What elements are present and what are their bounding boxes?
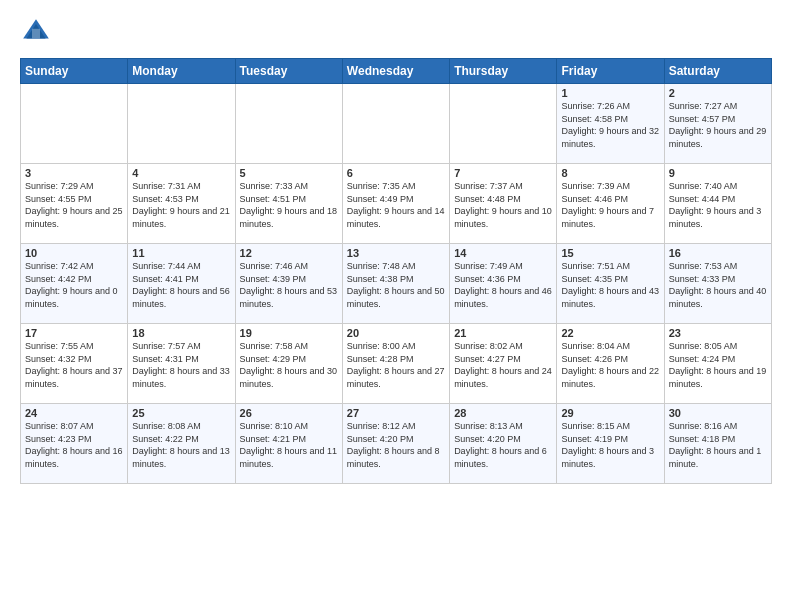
day-number: 3 xyxy=(25,167,123,179)
calendar-week-row: 24Sunrise: 8:07 AM Sunset: 4:23 PM Dayli… xyxy=(21,404,772,484)
day-number: 27 xyxy=(347,407,445,419)
day-info: Sunrise: 8:15 AM Sunset: 4:19 PM Dayligh… xyxy=(561,420,659,470)
calendar-cell: 23Sunrise: 8:05 AM Sunset: 4:24 PM Dayli… xyxy=(664,324,771,404)
day-info: Sunrise: 8:00 AM Sunset: 4:28 PM Dayligh… xyxy=(347,340,445,390)
day-info: Sunrise: 8:13 AM Sunset: 4:20 PM Dayligh… xyxy=(454,420,552,470)
day-info: Sunrise: 7:48 AM Sunset: 4:38 PM Dayligh… xyxy=(347,260,445,310)
day-number: 16 xyxy=(669,247,767,259)
day-number: 21 xyxy=(454,327,552,339)
calendar-week-row: 10Sunrise: 7:42 AM Sunset: 4:42 PM Dayli… xyxy=(21,244,772,324)
calendar-week-row: 1Sunrise: 7:26 AM Sunset: 4:58 PM Daylig… xyxy=(21,84,772,164)
calendar-cell: 25Sunrise: 8:08 AM Sunset: 4:22 PM Dayli… xyxy=(128,404,235,484)
day-info: Sunrise: 7:31 AM Sunset: 4:53 PM Dayligh… xyxy=(132,180,230,230)
day-info: Sunrise: 7:55 AM Sunset: 4:32 PM Dayligh… xyxy=(25,340,123,390)
day-number: 12 xyxy=(240,247,338,259)
day-info: Sunrise: 7:42 AM Sunset: 4:42 PM Dayligh… xyxy=(25,260,123,310)
svg-rect-2 xyxy=(32,29,40,39)
day-number: 25 xyxy=(132,407,230,419)
calendar-cell: 20Sunrise: 8:00 AM Sunset: 4:28 PM Dayli… xyxy=(342,324,449,404)
day-number: 23 xyxy=(669,327,767,339)
day-number: 7 xyxy=(454,167,552,179)
calendar-cell: 16Sunrise: 7:53 AM Sunset: 4:33 PM Dayli… xyxy=(664,244,771,324)
weekday-header: Tuesday xyxy=(235,59,342,84)
calendar-cell: 11Sunrise: 7:44 AM Sunset: 4:41 PM Dayli… xyxy=(128,244,235,324)
day-info: Sunrise: 7:26 AM Sunset: 4:58 PM Dayligh… xyxy=(561,100,659,150)
calendar-cell: 5Sunrise: 7:33 AM Sunset: 4:51 PM Daylig… xyxy=(235,164,342,244)
day-number: 29 xyxy=(561,407,659,419)
day-number: 22 xyxy=(561,327,659,339)
day-info: Sunrise: 8:08 AM Sunset: 4:22 PM Dayligh… xyxy=(132,420,230,470)
calendar-cell xyxy=(21,84,128,164)
calendar-cell: 8Sunrise: 7:39 AM Sunset: 4:46 PM Daylig… xyxy=(557,164,664,244)
calendar-cell: 13Sunrise: 7:48 AM Sunset: 4:38 PM Dayli… xyxy=(342,244,449,324)
header xyxy=(20,16,772,48)
day-info: Sunrise: 8:10 AM Sunset: 4:21 PM Dayligh… xyxy=(240,420,338,470)
weekday-header: Friday xyxy=(557,59,664,84)
calendar-cell: 2Sunrise: 7:27 AM Sunset: 4:57 PM Daylig… xyxy=(664,84,771,164)
calendar-cell: 29Sunrise: 8:15 AM Sunset: 4:19 PM Dayli… xyxy=(557,404,664,484)
calendar-cell: 10Sunrise: 7:42 AM Sunset: 4:42 PM Dayli… xyxy=(21,244,128,324)
day-info: Sunrise: 7:39 AM Sunset: 4:46 PM Dayligh… xyxy=(561,180,659,230)
day-number: 19 xyxy=(240,327,338,339)
calendar-cell: 21Sunrise: 8:02 AM Sunset: 4:27 PM Dayli… xyxy=(450,324,557,404)
day-info: Sunrise: 7:46 AM Sunset: 4:39 PM Dayligh… xyxy=(240,260,338,310)
day-info: Sunrise: 7:33 AM Sunset: 4:51 PM Dayligh… xyxy=(240,180,338,230)
calendar-cell xyxy=(235,84,342,164)
day-info: Sunrise: 7:53 AM Sunset: 4:33 PM Dayligh… xyxy=(669,260,767,310)
day-info: Sunrise: 7:49 AM Sunset: 4:36 PM Dayligh… xyxy=(454,260,552,310)
calendar-cell: 14Sunrise: 7:49 AM Sunset: 4:36 PM Dayli… xyxy=(450,244,557,324)
day-number: 2 xyxy=(669,87,767,99)
day-number: 15 xyxy=(561,247,659,259)
day-info: Sunrise: 7:37 AM Sunset: 4:48 PM Dayligh… xyxy=(454,180,552,230)
day-info: Sunrise: 7:44 AM Sunset: 4:41 PM Dayligh… xyxy=(132,260,230,310)
day-number: 18 xyxy=(132,327,230,339)
calendar-cell: 27Sunrise: 8:12 AM Sunset: 4:20 PM Dayli… xyxy=(342,404,449,484)
logo-icon xyxy=(20,16,52,48)
day-info: Sunrise: 7:57 AM Sunset: 4:31 PM Dayligh… xyxy=(132,340,230,390)
calendar-cell: 6Sunrise: 7:35 AM Sunset: 4:49 PM Daylig… xyxy=(342,164,449,244)
calendar-cell: 28Sunrise: 8:13 AM Sunset: 4:20 PM Dayli… xyxy=(450,404,557,484)
day-number: 11 xyxy=(132,247,230,259)
weekday-header: Saturday xyxy=(664,59,771,84)
calendar-header-row: SundayMondayTuesdayWednesdayThursdayFrid… xyxy=(21,59,772,84)
calendar-cell: 4Sunrise: 7:31 AM Sunset: 4:53 PM Daylig… xyxy=(128,164,235,244)
calendar-cell xyxy=(342,84,449,164)
day-info: Sunrise: 8:12 AM Sunset: 4:20 PM Dayligh… xyxy=(347,420,445,470)
calendar-cell: 19Sunrise: 7:58 AM Sunset: 4:29 PM Dayli… xyxy=(235,324,342,404)
calendar-cell: 24Sunrise: 8:07 AM Sunset: 4:23 PM Dayli… xyxy=(21,404,128,484)
weekday-header: Wednesday xyxy=(342,59,449,84)
weekday-header: Sunday xyxy=(21,59,128,84)
calendar-cell: 12Sunrise: 7:46 AM Sunset: 4:39 PM Dayli… xyxy=(235,244,342,324)
day-number: 20 xyxy=(347,327,445,339)
calendar-cell: 7Sunrise: 7:37 AM Sunset: 4:48 PM Daylig… xyxy=(450,164,557,244)
day-info: Sunrise: 8:02 AM Sunset: 4:27 PM Dayligh… xyxy=(454,340,552,390)
calendar-cell: 1Sunrise: 7:26 AM Sunset: 4:58 PM Daylig… xyxy=(557,84,664,164)
day-number: 28 xyxy=(454,407,552,419)
weekday-header: Thursday xyxy=(450,59,557,84)
day-info: Sunrise: 7:40 AM Sunset: 4:44 PM Dayligh… xyxy=(669,180,767,230)
day-info: Sunrise: 7:29 AM Sunset: 4:55 PM Dayligh… xyxy=(25,180,123,230)
day-info: Sunrise: 8:05 AM Sunset: 4:24 PM Dayligh… xyxy=(669,340,767,390)
day-number: 24 xyxy=(25,407,123,419)
day-info: Sunrise: 8:07 AM Sunset: 4:23 PM Dayligh… xyxy=(25,420,123,470)
calendar-week-row: 17Sunrise: 7:55 AM Sunset: 4:32 PM Dayli… xyxy=(21,324,772,404)
logo xyxy=(20,16,58,48)
calendar-cell: 22Sunrise: 8:04 AM Sunset: 4:26 PM Dayli… xyxy=(557,324,664,404)
day-info: Sunrise: 7:58 AM Sunset: 4:29 PM Dayligh… xyxy=(240,340,338,390)
day-number: 1 xyxy=(561,87,659,99)
weekday-header: Monday xyxy=(128,59,235,84)
day-number: 4 xyxy=(132,167,230,179)
calendar-cell: 30Sunrise: 8:16 AM Sunset: 4:18 PM Dayli… xyxy=(664,404,771,484)
day-info: Sunrise: 7:35 AM Sunset: 4:49 PM Dayligh… xyxy=(347,180,445,230)
calendar-cell: 15Sunrise: 7:51 AM Sunset: 4:35 PM Dayli… xyxy=(557,244,664,324)
day-number: 30 xyxy=(669,407,767,419)
day-number: 8 xyxy=(561,167,659,179)
day-info: Sunrise: 8:04 AM Sunset: 4:26 PM Dayligh… xyxy=(561,340,659,390)
day-number: 13 xyxy=(347,247,445,259)
day-info: Sunrise: 8:16 AM Sunset: 4:18 PM Dayligh… xyxy=(669,420,767,470)
day-info: Sunrise: 7:51 AM Sunset: 4:35 PM Dayligh… xyxy=(561,260,659,310)
calendar: SundayMondayTuesdayWednesdayThursdayFrid… xyxy=(20,58,772,484)
day-number: 9 xyxy=(669,167,767,179)
calendar-cell xyxy=(128,84,235,164)
calendar-week-row: 3Sunrise: 7:29 AM Sunset: 4:55 PM Daylig… xyxy=(21,164,772,244)
